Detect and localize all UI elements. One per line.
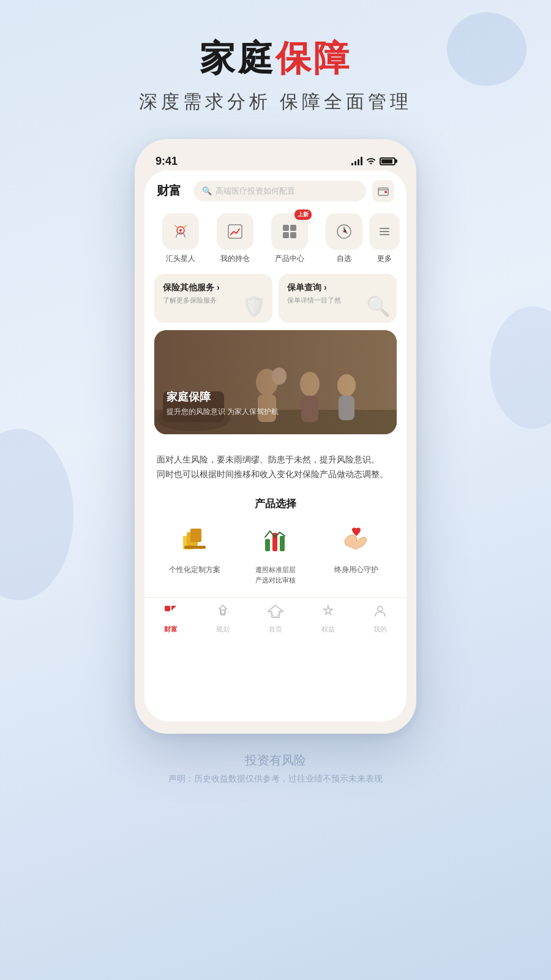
icon-label-star: 汇头星人 [166, 254, 195, 264]
nav-icon-profile [373, 604, 388, 622]
search-box[interactable]: 🔍 高端医疗投资如何配置 [193, 181, 366, 202]
product-item-standard[interactable]: 遵照标准层层产选对比审核 [238, 522, 313, 585]
svg-rect-28 [184, 546, 206, 549]
icon-box-portfolio [217, 213, 253, 250]
wifi-icon [366, 156, 376, 166]
app-top-bar: 财富 🔍 高端医疗投资如何配置 [144, 170, 407, 208]
product-section-title: 产品选择 [157, 497, 394, 511]
service-card-insurance-title: 保险其他服务 › [163, 282, 264, 293]
signal-icon [351, 157, 362, 165]
disclaimer-sub: 声明：历史收益数据仅供参考，过往业绩不预示未来表现 [168, 774, 383, 785]
nav-label-benefits: 权益 [321, 625, 335, 634]
svg-point-34 [378, 606, 383, 611]
feature-icon-grid: 汇头星人 我的持仓 上新 [144, 208, 407, 271]
status-bar: 9:41 [144, 150, 407, 170]
product-grid: 个性化定制方案 遵照标准层层产选对比审核 [157, 522, 394, 585]
nav-label-plan: 规划 [216, 625, 230, 634]
search-placeholder-text: 高端医疗投资如何配置 [216, 186, 295, 197]
svg-rect-8 [290, 232, 296, 238]
product-icon-lifetime [338, 522, 375, 559]
app-title: 财富 [157, 183, 187, 199]
status-time: 9:41 [156, 155, 178, 168]
banner-title: 家庭保障 [167, 390, 279, 404]
phone-body: 9:41 财富 � [135, 139, 416, 734]
icon-item-products[interactable]: 上新 产品中心 [263, 213, 315, 264]
svg-rect-1 [384, 191, 387, 193]
nav-label-wealth: 财富 [164, 625, 178, 634]
icon-item-star[interactable]: 汇头星人 [154, 213, 206, 264]
nav-item-wealth[interactable]: 财富 [144, 604, 197, 634]
nav-item-home[interactable]: 首页 [249, 604, 302, 634]
description-text: 面对人生风险，要未雨绸缪、防患于未然，提升风险意识。同时也可以根据时间推移和收入… [144, 443, 407, 488]
disclaimer-section: 投资有风险 声明：历史收益数据仅供参考，过往业绩不预示未来表现 [144, 734, 407, 797]
nav-label-home: 首页 [269, 625, 282, 634]
product-icon-custom [176, 522, 213, 559]
badge-new: 上新 [294, 209, 312, 220]
icon-box-star [162, 213, 199, 250]
nav-label-profile: 我的 [373, 625, 387, 634]
product-label-custom: 个性化定制方案 [169, 565, 220, 575]
nav-icon-wealth [163, 604, 178, 622]
shield-icon: 🛡️ [242, 295, 266, 318]
svg-rect-7 [283, 232, 289, 238]
family-banner[interactable]: 家庭保障 提升您的风险意识 为家人保驾护航 [154, 330, 397, 434]
bottom-navigation: 财富 规划 [144, 597, 407, 644]
status-icons [351, 156, 395, 166]
svg-rect-32 [165, 606, 170, 611]
disclaimer-main: 投资有风险 [168, 752, 383, 769]
product-icon-standard [257, 522, 294, 559]
search-icon: 🔍 [202, 186, 212, 195]
svg-rect-33 [221, 610, 225, 615]
svg-rect-11 [380, 228, 389, 229]
svg-rect-12 [380, 231, 389, 232]
svg-point-3 [179, 229, 182, 232]
more-box [369, 213, 400, 250]
wallet-button[interactable] [372, 180, 394, 202]
hero-section: 家庭保障 深度需求分析 保障全面管理 [0, 0, 551, 133]
service-card-insurance[interactable]: 保险其他服务 › 了解更多保险服务 🛡️ [154, 274, 272, 323]
deco-blob-left [0, 429, 73, 600]
nav-icon-home [267, 604, 284, 622]
deco-circle [447, 12, 527, 86]
icon-item-more[interactable]: 更多 [372, 213, 397, 264]
product-label-lifetime: 终身用心守护 [334, 565, 378, 575]
search-doc-icon: 🔍 [366, 295, 391, 318]
icon-item-portfolio[interactable]: 我的持仓 [209, 213, 261, 264]
nav-item-plan[interactable]: 规划 [197, 604, 250, 634]
svg-rect-5 [283, 225, 289, 231]
svg-rect-31 [280, 536, 285, 551]
svg-point-10 [343, 230, 345, 232]
icon-item-watchlist[interactable]: 自选 [318, 213, 370, 264]
icon-label-products: 产品中心 [275, 254, 304, 264]
banner-overlay [154, 330, 397, 434]
icon-box-watchlist [326, 213, 362, 250]
battery-icon [380, 157, 395, 165]
service-cards-row: 保险其他服务 › 了解更多保险服务 🛡️ 保单查询 › 保单详情一目了然 🔍 [144, 271, 407, 330]
desc-paragraph: 面对人生风险，要未雨绸缪、防患于未然，提升风险意识。同时也可以根据时间推移和收入… [157, 455, 388, 479]
nav-item-profile[interactable]: 我的 [354, 604, 407, 634]
product-item-custom[interactable]: 个性化定制方案 [157, 522, 233, 585]
banner-text: 家庭保障 提升您的风险意识 为家人保驾护航 [167, 390, 279, 417]
banner-subtitle: 提升您的风险意识 为家人保驾护航 [167, 407, 279, 417]
phone-mockup: 9:41 财富 � [135, 139, 416, 734]
nav-item-benefits[interactable]: 权益 [302, 604, 354, 634]
svg-rect-4 [228, 225, 242, 238]
icon-box-products: 上新 [271, 213, 308, 250]
service-card-policy[interactable]: 保单查询 › 保单详情一目了然 🔍 [279, 274, 397, 323]
svg-rect-6 [290, 225, 296, 231]
icon-label-watchlist: 自选 [337, 254, 351, 264]
svg-rect-27 [190, 529, 201, 542]
nav-icon-benefits [321, 604, 335, 622]
svg-rect-29 [265, 539, 270, 551]
deco-blob-right [490, 306, 551, 429]
icon-label-more: 更多 [377, 254, 392, 264]
hero-subtitle: 深度需求分析 保障全面管理 [0, 89, 551, 115]
product-section: 产品选择 个性化定制方案 [144, 487, 407, 597]
svg-rect-13 [380, 234, 389, 235]
phone-screen: 财富 🔍 高端医疗投资如何配置 [144, 170, 407, 722]
nav-icon-plan [216, 604, 230, 622]
service-card-policy-title: 保单查询 › [287, 282, 388, 293]
product-item-lifetime[interactable]: 终身用心守护 [318, 522, 394, 585]
icon-label-portfolio: 我的持仓 [220, 254, 250, 264]
product-label-standard: 遵照标准层层产选对比审核 [255, 565, 296, 585]
